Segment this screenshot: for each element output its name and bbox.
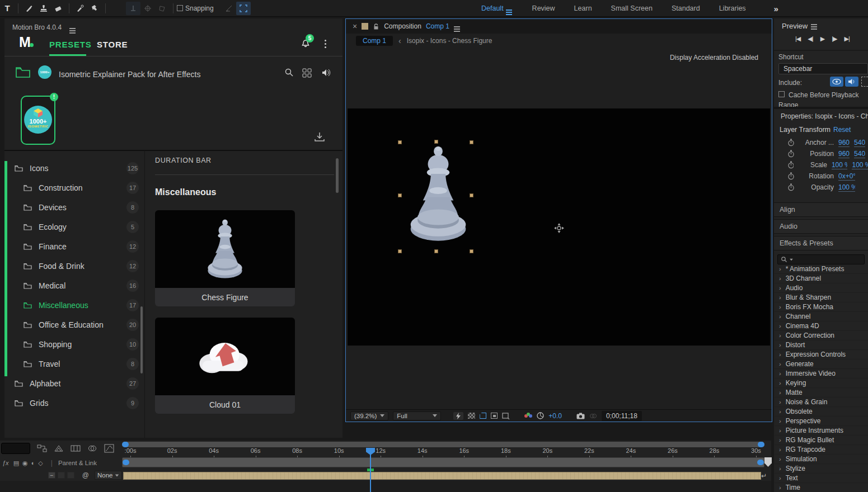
panel-drag-icon[interactable] — [362, 23, 368, 30]
include-overlays-icon[interactable] — [861, 77, 868, 87]
folder-row[interactable]: Ecology 5 — [4, 217, 144, 236]
transport-button[interactable]: |◀ — [795, 35, 800, 42]
include-video-eye-icon[interactable] — [830, 77, 843, 87]
snapping-checkbox[interactable] — [177, 5, 183, 11]
chess-figure-layer[interactable] — [401, 139, 475, 250]
effects-category-row[interactable]: › Obsolete — [774, 407, 868, 417]
expand-chevron-icon[interactable]: › — [779, 408, 781, 415]
expand-chevron-icon[interactable]: › — [779, 380, 781, 386]
stopwatch-icon[interactable] — [787, 161, 794, 169]
effects-category-row[interactable]: › Noise & Grain — [774, 398, 868, 407]
presets-scrollbar[interactable] — [336, 158, 339, 193]
transport-button[interactable]: |▶ — [832, 35, 837, 42]
local-axis-mode-icon[interactable] — [126, 2, 140, 15]
folder-row[interactable]: Finance 12 — [4, 236, 144, 256]
folder-row[interactable]: Devices 8 — [4, 197, 144, 217]
resolution-dropdown[interactable]: Full — [393, 411, 441, 420]
download-icon[interactable] — [314, 132, 325, 142]
preview-timecode[interactable]: 0;00;11;18 — [602, 411, 642, 421]
property-value[interactable]: 540 — [854, 139, 865, 147]
region-of-interest-icon[interactable] — [480, 413, 486, 419]
folder-row[interactable]: Shopping 10 — [4, 334, 144, 354]
workspace-tab-learn[interactable]: Learn — [569, 4, 606, 12]
grid-view-icon[interactable] — [302, 68, 312, 78]
expand-chevron-icon[interactable]: › — [779, 304, 781, 310]
tree-scrollbar[interactable] — [140, 306, 143, 373]
property-value[interactable]: 100 % — [838, 183, 855, 192]
panel-menu-icon[interactable] — [454, 26, 460, 27]
audio-section-header[interactable]: Audio — [774, 219, 868, 234]
work-area-end-handle[interactable] — [758, 442, 764, 447]
preset-card-chess[interactable]: Chess Figure — [155, 210, 295, 306]
sound-toggle-icon[interactable] — [321, 68, 332, 78]
workspace-overflow-button[interactable]: » — [774, 4, 778, 13]
workspace-tab-default[interactable]: Default — [476, 4, 506, 12]
zoom-dropdown[interactable]: (39.2%) — [350, 411, 388, 420]
work-area-bar[interactable] — [122, 457, 764, 467]
selection-handle[interactable] — [470, 140, 473, 144]
property-value[interactable]: 100 % — [832, 161, 848, 169]
expand-chevron-icon[interactable]: › — [779, 456, 781, 462]
tab-presets[interactable]: PRESETS — [49, 40, 92, 49]
folder-row[interactable]: Travel 8 — [4, 354, 144, 373]
effects-category-row[interactable]: › Perspective — [774, 417, 868, 426]
composition-viewer[interactable] — [348, 108, 770, 346]
mask-visibility-icon[interactable] — [491, 413, 498, 419]
selection-handle[interactable] — [398, 193, 402, 197]
work-area-top-bar[interactable] — [122, 442, 764, 447]
cache-before-playback-checkbox[interactable] — [778, 91, 785, 97]
motion-blur-column-icon[interactable]: ◉ — [22, 460, 28, 467]
folder-row[interactable]: Medical 16 — [4, 276, 144, 295]
work-area-start-handle[interactable] — [123, 460, 129, 465]
show-snapshot-icon[interactable] — [589, 413, 597, 419]
workspace-tab-small-screen[interactable]: Small Screen — [606, 4, 666, 12]
effects-category-row[interactable]: › Blur & Sharpen — [774, 293, 868, 302]
effects-presets-section-header[interactable]: Effects & Presets — [774, 236, 868, 250]
effects-category-row[interactable]: › Immersive Video — [774, 369, 868, 379]
transport-button[interactable]: ▶ — [820, 35, 824, 42]
preset-thumbnail[interactable] — [155, 210, 295, 288]
transparency-grid-icon[interactable] — [468, 413, 475, 419]
effects-category-row[interactable]: › RG Trapcode — [774, 445, 868, 455]
expand-chevron-icon[interactable]: › — [779, 294, 781, 301]
expand-chevron-icon[interactable]: › — [779, 437, 781, 443]
draft-3d-icon[interactable] — [54, 444, 64, 453]
include-audio-speaker-icon[interactable] — [845, 77, 858, 87]
adjustment-column-icon[interactable]: ◐ — [31, 460, 35, 466]
folder-row[interactable]: Alphabet 27 — [4, 373, 144, 393]
preset-thumbnail[interactable] — [155, 318, 295, 395]
view-axis-mode-icon[interactable] — [155, 2, 170, 15]
search-icon[interactable] — [284, 68, 294, 78]
effects-category-row[interactable]: › Color Correction — [774, 331, 868, 340]
property-value[interactable]: 0x+0° — [838, 172, 855, 181]
pack-folder-icon[interactable] — [16, 67, 30, 78]
effects-category-row[interactable]: › Expression Controls — [774, 350, 868, 359]
align-section-header[interactable]: Align — [774, 202, 868, 217]
workspace-tab-libraries[interactable]: Libraries — [714, 4, 759, 12]
property-value[interactable]: 960 — [838, 150, 850, 158]
channel-icon[interactable] — [524, 413, 532, 419]
effects-category-row[interactable]: › 3D Channel — [774, 274, 868, 283]
motion-blur-icon[interactable] — [87, 444, 97, 453]
snapshot-camera-icon[interactable] — [576, 413, 585, 419]
exposure-value[interactable]: +0.0 — [548, 412, 562, 420]
workspace-tab-review[interactable]: Review — [527, 4, 569, 12]
effects-category-row[interactable]: › Generate — [774, 359, 868, 369]
eraser-tool-icon[interactable] — [51, 2, 65, 15]
comp-marker-bin-icon[interactable] — [764, 457, 772, 467]
selection-handle[interactable] — [398, 140, 402, 144]
layer-color-chip[interactable]: − — [48, 472, 55, 479]
expand-chevron-icon[interactable]: › — [779, 370, 781, 377]
selection-handle[interactable] — [470, 193, 473, 197]
pack-card[interactable]: 1000+ ISOMETRIC ! — [21, 96, 55, 145]
effects-category-row[interactable]: › Distort — [774, 340, 868, 350]
graph-editor-icon[interactable] — [104, 444, 114, 453]
expand-chevron-icon[interactable]: › — [779, 332, 781, 339]
comp-flowchart-icon[interactable] — [37, 444, 47, 453]
work-area-end-handle[interactable] — [757, 460, 764, 465]
expand-chevron-icon[interactable]: › — [779, 427, 781, 434]
composition-tab-comp-name[interactable]: Comp 1 — [426, 22, 449, 30]
puppet-pin-tool-icon[interactable] — [87, 2, 102, 15]
expand-chevron-icon[interactable]: › — [779, 446, 781, 453]
preset-card-cloud[interactable]: Cloud 01 — [155, 318, 295, 414]
